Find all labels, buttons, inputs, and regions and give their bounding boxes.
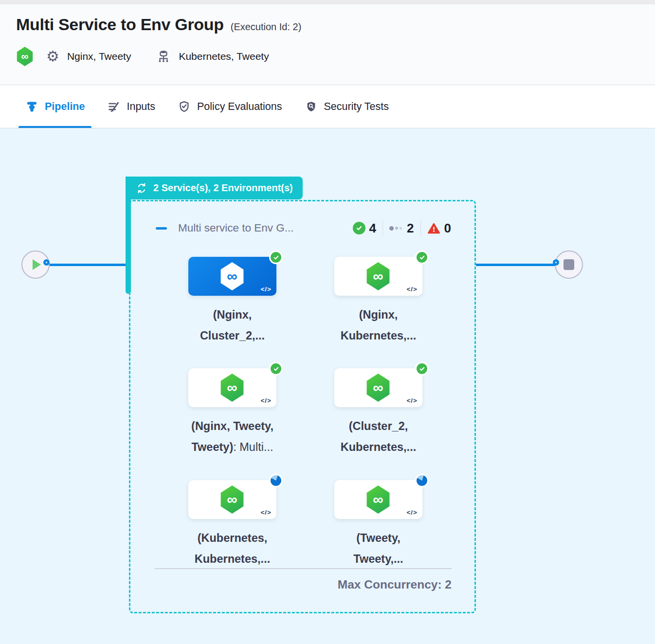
page-title: Multi Service to Env Group — [16, 15, 224, 34]
pipeline-node: ∞ </> (Nginx, Cluster_2,... — [188, 257, 276, 296]
success-count-value: 4 — [369, 221, 376, 236]
code-icon: </> — [406, 509, 418, 516]
code-icon: </> — [406, 397, 418, 404]
code-icon: </> — [260, 286, 272, 293]
services-gear-icon: ⚙ — [46, 49, 59, 64]
stop-icon — [564, 259, 574, 270]
node-status-badge — [269, 250, 283, 264]
tab-label: Pipeline — [45, 101, 85, 113]
harness-step-icon: ∞ — [219, 485, 245, 514]
tab-label: Inputs — [127, 101, 155, 113]
node-status-badge — [415, 474, 429, 487]
inputs-icon — [107, 100, 120, 113]
pipeline-icon — [25, 100, 38, 113]
tab-bar: Pipeline Inputs Policy Evaluations — [0, 85, 655, 128]
success-check-icon — [353, 222, 365, 234]
harness-service-icon: ∞ — [16, 47, 34, 66]
title-row: Multi Service to Env Group (Execution Id… — [0, 4, 655, 34]
environments-icon — [156, 49, 171, 64]
pipeline-node-card[interactable]: ∞ </> — [188, 257, 276, 296]
harness-step-icon: ∞ — [365, 485, 391, 514]
stage-group-container[interactable]: Multi service to Env G... 4 2 — [129, 200, 476, 613]
warning-triangle-icon — [427, 222, 440, 235]
loop-stage-badge[interactable]: 2 Service(s), 2 Environment(s) — [126, 177, 303, 199]
max-concurrency-label: Max Concurrency: 2 — [338, 578, 452, 591]
end-connector-dot — [553, 259, 559, 266]
node-status-badge — [269, 474, 283, 487]
edge-start-to-stage — [49, 264, 127, 266]
tab-inputs[interactable]: Inputs — [100, 85, 162, 128]
pipeline-node: ∞ </> (Kubernetes, Kubernetes,... — [188, 480, 276, 519]
collapse-stage-button[interactable] — [156, 227, 167, 230]
tab-label: Security Tests — [324, 101, 389, 113]
node-label: (Nginx, Kubernetes,... — [289, 304, 469, 346]
node-status-badge — [415, 362, 429, 376]
failed-count: 0 — [427, 221, 451, 236]
node-label: (Cluster_2, Kubernetes,... — [289, 416, 469, 458]
infinity-glyph: ∞ — [21, 51, 29, 62]
edge-stage-to-end — [476, 264, 555, 266]
tab-security-tests[interactable]: Security Tests — [298, 85, 396, 128]
tab-policy-evaluations[interactable]: Policy Evaluations — [171, 85, 289, 128]
harness-step-icon: ∞ — [219, 374, 245, 402]
loop-stage-badge-label: 2 Service(s), 2 Environment(s) — [153, 182, 293, 194]
code-icon: </> — [260, 509, 272, 516]
pipeline-node: ∞ </> (Nginx, Kubernetes,... — [334, 257, 422, 296]
failed-count-value: 0 — [444, 221, 451, 236]
execution-page: Multi Service to Env Group (Execution Id… — [0, 0, 655, 644]
success-count: 4 — [353, 221, 376, 236]
services-list: Nginx, Tweety — [67, 51, 131, 62]
loop-icon — [135, 182, 148, 195]
running-count: 2 — [389, 221, 414, 236]
stage-footer-divider — [155, 568, 452, 569]
pipeline-node: ∞ </> (Tweety, Tweety,... — [334, 480, 422, 519]
pipeline-node: ∞ </> (Nginx, Tweety, Tweety): Multi... — [188, 368, 276, 407]
pipeline-node: ∞ </> (Cluster_2, Kubernetes,... — [334, 368, 422, 407]
security-shield-scan-icon — [305, 100, 318, 113]
tab-pipeline[interactable]: Pipeline — [18, 85, 91, 128]
meta-row: ∞ ⚙ Nginx, Tweety Kubernetes, Tweety — [16, 47, 655, 66]
pipeline-node-card[interactable]: ∞ </> — [334, 368, 422, 407]
running-count-value: 2 — [407, 221, 414, 236]
top-strip — [0, 0, 655, 4]
harness-step-icon: ∞ — [219, 262, 245, 290]
environments-list: Kubernetes, Tweety — [179, 51, 269, 62]
stage-title: Multi service to Env G... — [178, 222, 353, 234]
end-node[interactable] — [555, 250, 583, 279]
stage-status-counts: 4 2 0 — [353, 220, 451, 236]
node-status-badge — [415, 250, 429, 264]
code-icon: </> — [260, 397, 272, 404]
pipeline-canvas[interactable]: 2 Service(s), 2 Environment(s) Multi ser… — [0, 128, 655, 644]
harness-step-icon: ∞ — [365, 262, 391, 290]
count-divider — [420, 220, 421, 236]
start-connector-dot — [43, 259, 50, 266]
node-label: (Tweety, Tweety,... — [289, 528, 469, 570]
play-icon — [33, 259, 41, 270]
stage-header: Multi service to Env G... 4 2 — [156, 219, 451, 237]
code-icon: </> — [406, 286, 418, 293]
tab-label: Policy Evaluations — [197, 101, 282, 113]
pipeline-node-card[interactable]: ∞ </> — [188, 480, 276, 519]
pipeline-node-card[interactable]: ∞ </> — [334, 480, 422, 519]
pipeline-node-card[interactable]: ∞ </> — [334, 257, 422, 296]
header: Multi Service to Env Group (Execution Id… — [0, 4, 655, 85]
running-dots-icon — [389, 226, 402, 231]
node-status-badge — [269, 362, 283, 376]
policy-shield-check-icon — [178, 100, 191, 113]
execution-id: (Execution Id: 2) — [231, 21, 302, 33]
harness-step-icon: ∞ — [365, 374, 391, 402]
pipeline-node-card[interactable]: ∞ </> — [188, 368, 276, 407]
count-divider — [382, 220, 383, 236]
